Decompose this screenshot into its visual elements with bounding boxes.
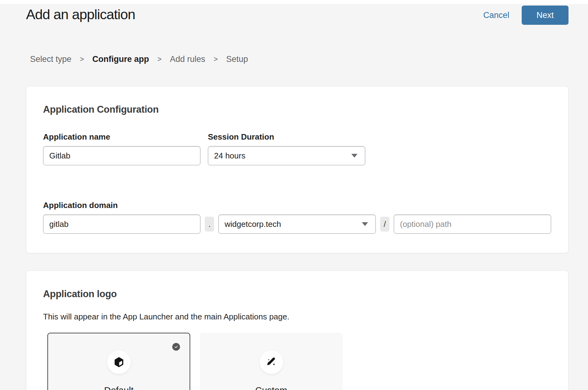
default-logo-circle [107,350,131,374]
application-logo-description: This will appear in the App Launcher and… [43,312,551,322]
logo-option-custom[interactable]: Custom [200,333,343,390]
name-duration-row: Application name Session Duration 24 hou… [43,132,551,165]
slash-separator: / [380,217,389,232]
breadcrumb-separator: > [214,55,218,63]
session-duration-value: 24 hours [214,151,245,161]
cancel-button[interactable]: Cancel [483,11,509,20]
logo-options-row: Default Custom [47,333,551,390]
domain-select-value: widgetcorp.tech [225,219,281,229]
session-duration-select[interactable]: 24 hours [208,146,365,165]
application-logo-card: Application logo This will appear in the… [26,271,568,390]
dot-separator: . [205,217,214,232]
domain-select[interactable]: widgetcorp.tech [218,214,376,234]
page-header: Add an application Cancel Next [0,4,588,25]
paintbrush-icon [265,356,278,368]
chevron-down-icon [351,154,358,158]
breadcrumb: Select type > Configure app > Add rules … [30,54,588,64]
logo-option-label: Default [104,385,134,390]
application-configuration-card: Application Configuration Application na… [26,86,568,253]
breadcrumb-separator: > [80,55,84,63]
breadcrumb-step-setup[interactable]: Setup [226,54,248,64]
path-input[interactable] [394,214,551,234]
application-name-input[interactable] [43,146,200,165]
subdomain-input[interactable] [43,214,200,234]
breadcrumb-step-add-rules[interactable]: Add rules [170,54,205,64]
breadcrumb-step-select-type[interactable]: Select type [30,54,72,64]
header-actions: Cancel Next [483,6,568,25]
logo-option-default[interactable]: Default [47,333,190,390]
application-configuration-heading: Application Configuration [43,86,551,115]
cube-icon [113,356,125,368]
custom-logo-circle [260,350,283,374]
page-title: Add an application [26,6,135,24]
application-name-field: Application name [43,132,200,165]
logo-option-label: Custom [255,385,287,390]
application-domain-row: . widgetcorp.tech / [43,214,551,234]
chevron-down-icon [362,222,368,226]
session-duration-field: Session Duration 24 hours [208,132,365,165]
selected-badge [172,343,180,351]
breadcrumb-step-configure-app[interactable]: Configure app [92,54,149,64]
application-logo-heading: Application logo [43,271,551,300]
next-button[interactable]: Next [522,6,568,25]
application-domain-label: Application domain [43,200,551,210]
breadcrumb-separator: > [157,55,161,63]
session-duration-label: Session Duration [208,132,365,142]
check-icon [174,344,178,349]
top-white-strip [0,0,588,4]
application-name-label: Application name [43,132,200,142]
